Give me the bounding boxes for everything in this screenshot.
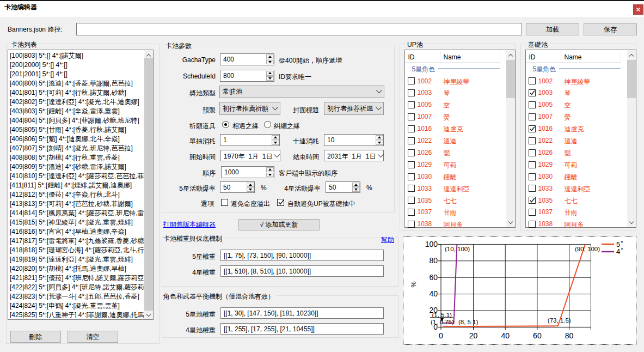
svg-text:*: *: [621, 240, 623, 246]
svg-text:(90, 100): (90, 100): [575, 246, 600, 252]
svg-text:40: 40: [501, 331, 510, 340]
svg-text:4: 4: [616, 247, 620, 256]
svg-text:*: *: [621, 247, 623, 253]
svg-text:(1, 5.1): (1, 5.1): [432, 312, 452, 318]
svg-text:(73, 1.5): (73, 1.5): [548, 317, 571, 324]
svg-text:60: 60: [533, 331, 542, 340]
svg-text:(10, 100): (10, 100): [445, 246, 470, 252]
svg-text:40: 40: [429, 289, 438, 298]
svg-text:80: 80: [565, 331, 574, 340]
svg-text:80: 80: [429, 256, 438, 265]
svg-text:100: 100: [425, 240, 438, 248]
svg-text:20: 20: [469, 331, 478, 340]
svg-text:%: %: [409, 281, 418, 288]
svg-text:60: 60: [429, 273, 438, 282]
svg-text:(8, 5.1): (8, 5.1): [458, 319, 479, 325]
svg-text:0: 0: [439, 331, 443, 340]
